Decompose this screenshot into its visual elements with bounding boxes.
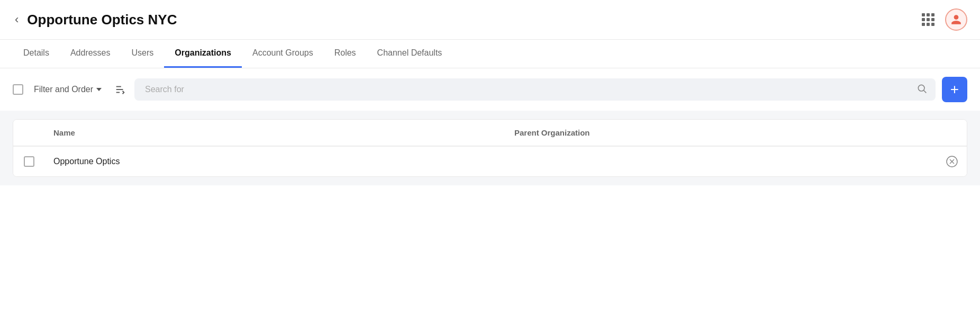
add-button[interactable]: + <box>942 77 967 102</box>
row-name-cell: Opportune Optics <box>45 147 937 176</box>
header: ‹ Opportune Optics NYC <box>0 0 980 40</box>
tab-channel-defaults[interactable]: Channel Defaults <box>367 40 453 68</box>
sort-button[interactable] <box>112 82 128 97</box>
avatar[interactable] <box>945 8 967 31</box>
header-right <box>920 8 967 31</box>
header-left: ‹ Opportune Optics NYC <box>13 12 177 28</box>
select-all-wrap <box>13 84 23 95</box>
select-all-checkbox[interactable] <box>13 84 23 95</box>
tab-addresses[interactable]: Addresses <box>60 40 121 68</box>
remove-icon <box>946 155 958 168</box>
row-checkbox-cell <box>13 147 45 176</box>
sort-icon <box>114 84 126 95</box>
th-name: Name <box>45 120 506 146</box>
tabs-bar: Details Addresses Users Organizations Ac… <box>0 40 980 68</box>
table-container: Name Parent Organization Opportune Optic… <box>13 119 967 177</box>
th-parent: Parent Organization <box>506 120 967 146</box>
grid-menu-button[interactable] <box>920 11 937 28</box>
filter-order-label: Filter and Order <box>34 85 93 94</box>
table-header: Name Parent Organization <box>13 120 967 146</box>
th-checkbox <box>13 120 45 146</box>
chevron-down-icon <box>96 88 102 91</box>
tab-users[interactable]: Users <box>121 40 165 68</box>
user-icon <box>950 14 962 25</box>
remove-button[interactable] <box>937 151 967 172</box>
grid-icon <box>922 13 934 26</box>
toolbar: Filter and Order + <box>0 68 980 111</box>
table-section: Name Parent Organization Opportune Optic… <box>0 111 980 185</box>
tab-organizations[interactable]: Organizations <box>164 40 242 68</box>
page-title: Opportune Optics NYC <box>27 12 177 28</box>
back-button[interactable]: ‹ <box>13 12 21 28</box>
search-input[interactable] <box>134 78 936 101</box>
row-checkbox[interactable] <box>24 156 34 167</box>
tab-account-groups[interactable]: Account Groups <box>242 40 324 68</box>
tab-roles[interactable]: Roles <box>324 40 367 68</box>
table-row: Opportune Optics <box>13 146 967 176</box>
search-wrap <box>134 78 936 101</box>
filter-order-button[interactable]: Filter and Order <box>30 83 106 96</box>
tab-details[interactable]: Details <box>13 40 60 68</box>
